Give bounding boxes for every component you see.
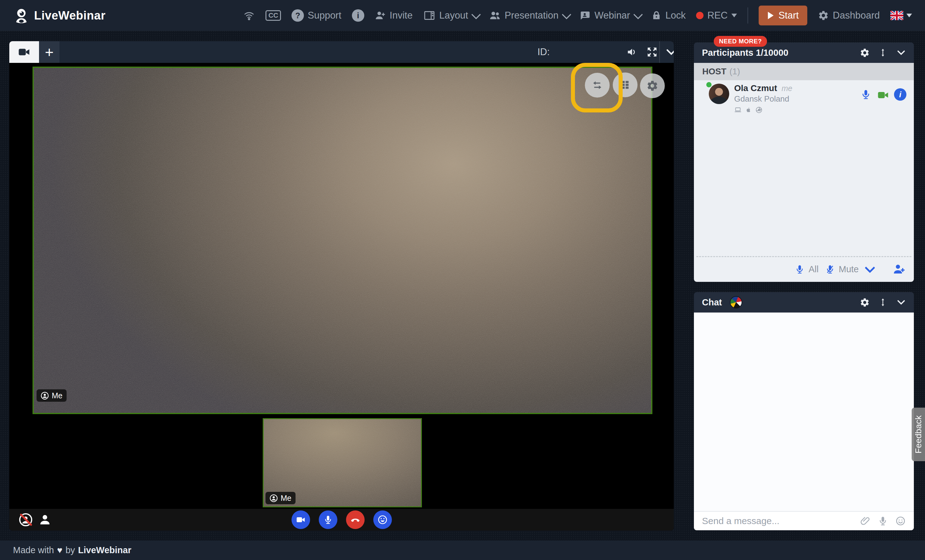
- stream-layout-button[interactable]: [613, 72, 637, 97]
- connection-wifi-icon[interactable]: [243, 10, 255, 21]
- hangup-button[interactable]: [346, 510, 365, 529]
- navbar-menu: CC ? Support i Invite: [243, 6, 912, 26]
- person-circle-icon: [41, 391, 49, 400]
- chevron-down-icon: [664, 45, 674, 59]
- dashboard-button[interactable]: Dashboard: [818, 10, 880, 21]
- chrome-browser-icon: [755, 106, 763, 114]
- unmute-all-button[interactable]: All: [795, 264, 818, 274]
- resize-vertical-icon[interactable]: [878, 298, 887, 307]
- avatar: [709, 84, 729, 104]
- caret-down-icon: [731, 14, 737, 17]
- page-footer: Made with ♥ by LiveWebinar: [0, 540, 925, 560]
- microphone-icon: [323, 515, 333, 525]
- microphone-icon: [795, 264, 805, 274]
- person-circle-icon: [270, 494, 278, 503]
- webcam-logo-icon: [13, 7, 30, 24]
- chat-header-icons: [860, 292, 906, 313]
- rec-menu[interactable]: REC: [696, 10, 737, 21]
- main-feed-name-badge: Me: [36, 389, 66, 402]
- participant-devices: [734, 106, 792, 114]
- info-button[interactable]: i: [352, 9, 364, 22]
- participant-info-button[interactable]: i: [894, 88, 906, 101]
- chevron-down-icon[interactable]: [896, 47, 906, 58]
- participants-header: NEED MORE? Participants 1/10000: [694, 42, 914, 63]
- chat-message-input[interactable]: [702, 516, 860, 526]
- need-more-badge[interactable]: NEED MORE?: [714, 36, 767, 47]
- reactions-button[interactable]: [373, 510, 392, 529]
- microphone-icon: [860, 89, 871, 100]
- me-tag: me: [782, 84, 792, 93]
- uk-flag-icon: [890, 11, 903, 20]
- gear-icon[interactable]: [860, 297, 870, 307]
- camera-toggle-button[interactable]: [291, 510, 310, 529]
- brand-text: LiveWebinar: [34, 9, 105, 22]
- chevron-down-icon[interactable]: [896, 297, 906, 307]
- video-camera-icon: [877, 89, 889, 101]
- invite-button[interactable]: Invite: [375, 10, 413, 21]
- microphone-toggle-button[interactable]: [319, 510, 337, 529]
- person-add-icon: [375, 10, 386, 21]
- chevron-down-icon: [471, 10, 481, 20]
- lock-button[interactable]: Lock: [651, 10, 685, 21]
- participant-camera-button[interactable]: [877, 89, 889, 101]
- translation-languages-icon[interactable]: [730, 296, 742, 309]
- collapse-stage-button[interactable]: [664, 41, 674, 63]
- support-button[interactable]: ? Support: [291, 9, 341, 22]
- chat-bubble-icon: [580, 10, 591, 21]
- participant-mic-button[interactable]: [860, 89, 871, 100]
- livewebinar-app: LiveWebinar CC ? Support i: [0, 0, 925, 560]
- phone-hangup-icon: [350, 515, 361, 525]
- chat-input-icons: [860, 516, 906, 526]
- navbar-divider: [747, 8, 748, 24]
- chat-title: Chat: [702, 297, 722, 307]
- secondary-camera-feed[interactable]: Me: [263, 418, 422, 507]
- heart-icon: ♥: [57, 545, 62, 555]
- chat-panel: Chat: [694, 292, 914, 531]
- start-button[interactable]: Start: [759, 6, 807, 26]
- lock-icon: [651, 10, 662, 21]
- online-status-dot: [706, 82, 711, 87]
- gear-icon[interactable]: [860, 48, 870, 58]
- stream-settings-button[interactable]: [640, 74, 665, 98]
- swap-stream-button[interactable]: [585, 73, 610, 98]
- call-controls: [9, 510, 674, 529]
- participant-location: Gdansk Poland: [734, 94, 792, 104]
- webinar-menu[interactable]: Webinar: [580, 10, 640, 21]
- chat-messages-area: [694, 313, 914, 530]
- fullscreen-button[interactable]: [646, 41, 658, 63]
- participants-panel: NEED MORE? Participants 1/10000 HOST (1): [694, 42, 914, 282]
- layout-menu[interactable]: Layout: [423, 9, 479, 22]
- rec-dot-icon: [696, 12, 704, 19]
- resize-vertical-icon[interactable]: [878, 48, 887, 57]
- closed-captions-icon[interactable]: CC: [265, 10, 281, 21]
- secondary-feed-name-badge: Me: [265, 492, 295, 504]
- footer-brand: LiveWebinar: [78, 545, 131, 555]
- tab-camera[interactable]: [9, 41, 39, 63]
- swap-arrows-icon: [591, 79, 604, 92]
- audio-output-button[interactable]: [627, 41, 638, 63]
- session-id-label: ID:: [538, 41, 550, 63]
- stage-panel: + ID:: [9, 41, 674, 531]
- video-camera-icon: [296, 515, 306, 525]
- mute-all-button[interactable]: Mute: [825, 264, 859, 274]
- info-icon: i: [894, 88, 906, 101]
- top-navbar: LiveWebinar CC ? Support i: [0, 0, 925, 31]
- presentation-menu[interactable]: Presentation: [489, 10, 569, 21]
- footer-text: Made with: [13, 545, 54, 555]
- expand-icon: [646, 46, 658, 58]
- feedback-tab[interactable]: Feedback: [912, 408, 925, 461]
- laptop-icon: [734, 106, 741, 114]
- paperclip-icon[interactable]: [860, 516, 871, 526]
- layout-icon: [423, 9, 435, 22]
- voice-message-icon[interactable]: [878, 516, 888, 526]
- chat-input-row: [694, 511, 914, 530]
- tabbar-divider: [659, 41, 660, 63]
- tab-add[interactable]: +: [39, 41, 59, 63]
- language-selector[interactable]: [890, 11, 912, 20]
- invite-participant-button[interactable]: [893, 263, 906, 275]
- info-icon: i: [352, 9, 364, 22]
- emoji-icon[interactable]: [895, 516, 906, 526]
- chevron-down-icon[interactable]: [865, 263, 875, 273]
- participants-bulk-controls: All Mute: [795, 263, 906, 275]
- brand-logo[interactable]: LiveWebinar: [13, 7, 105, 24]
